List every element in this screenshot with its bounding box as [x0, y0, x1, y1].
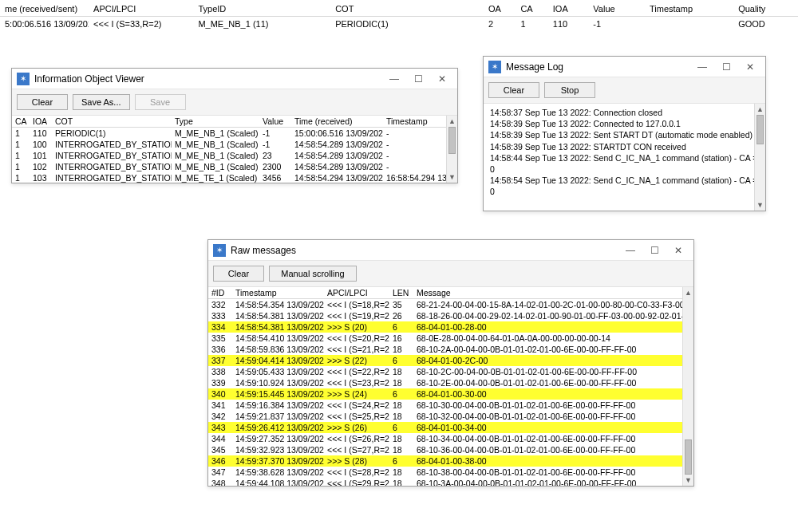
maximize-button[interactable]: ☐ [642, 242, 666, 259]
col-header[interactable]: Type [172, 116, 259, 128]
maximize-button[interactable]: ☐ [406, 70, 430, 88]
table-row[interactable]: 34114:59:16.384 13/09/2022<<< I (S=24,R=… [208, 400, 682, 411]
scroll-up-icon[interactable]: ▲ [683, 287, 693, 298]
log-line: 14:58:39 Sep Tue 13 2022: Sent START DT … [490, 129, 759, 140]
app-icon: ✶ [17, 73, 30, 85]
table-row[interactable]: 34014:59:15.445 13/09/2022>>> S (24)668-… [208, 388, 682, 400]
scroll-up-icon[interactable]: ▲ [447, 116, 457, 127]
col-header[interactable]: IOA [548, 2, 589, 17]
clear-button[interactable]: Clear [488, 82, 539, 98]
table-row[interactable]: 34714:59:38.628 13/09/2022<<< I (S=28,R=… [208, 467, 682, 478]
table-row[interactable]: 1103INTERROGATED_BY_STATION(20)M_ME_TE_1… [12, 172, 457, 183]
manual-scrolling-button[interactable]: Manual scrolling [269, 266, 357, 282]
col-header[interactable]: Value [259, 116, 291, 128]
save-button: Save [135, 94, 186, 110]
col-header[interactable]: CA [516, 2, 547, 17]
table-row[interactable]: 33714:59:04.414 13/09/2022>>> S (22)668-… [208, 355, 682, 366]
information-object-viewer-window: ✶ Information Object Viewer — ☐ ✕ Clear … [11, 68, 458, 183]
titlebar[interactable]: ✶ Message Log — ☐ ✕ [484, 57, 765, 77]
vertical-scrollbar[interactable]: ▲ ▼ [754, 104, 765, 211]
maximize-button[interactable]: ☐ [714, 58, 738, 76]
message-log-window: ✶ Message Log — ☐ ✕ Clear Stop 14:58:37 … [483, 56, 766, 211]
col-header[interactable]: LEN [389, 287, 413, 299]
raw-header-row[interactable]: #ID Timestamp APCI/LPCI LEN Message [208, 287, 682, 299]
minimize-button[interactable]: — [382, 70, 406, 88]
scroll-down-icon[interactable]: ▼ [683, 475, 693, 486]
log-line: 14:58:37 Sep Tue 13 2022: Connection clo… [490, 107, 759, 118]
table-row[interactable]: 34814:59:44.108 13/09/2022<<< I (S=29,R=… [208, 478, 682, 486]
toolbar: Clear Manual scrolling [208, 261, 693, 287]
app-icon: ✶ [488, 61, 501, 73]
main-grid-row[interactable]: 5:00:06.516 13/09/2022 <<< I (S=33,R=2) … [0, 17, 798, 32]
toolbar: Clear Save As... Save [12, 89, 457, 116]
col-header[interactable]: Quality [733, 2, 798, 17]
col-header[interactable]: OA [484, 2, 516, 17]
raw-grid: #ID Timestamp APCI/LPCI LEN Message 3321… [208, 287, 693, 486]
minimize-button[interactable]: — [690, 58, 714, 76]
table-row[interactable]: 34214:59:21.837 13/09/2022<<< I (S=25,R=… [208, 411, 682, 422]
col-header[interactable]: COT [52, 116, 172, 128]
table-row[interactable]: 34314:59:26.412 13/09/2022>>> S (26)668-… [208, 422, 682, 433]
table-row[interactable]: 33214:58:54.354 13/09/2022<<< I (S=18,R=… [208, 299, 682, 311]
window-title: Message Log [506, 61, 690, 73]
vertical-scrollbar[interactable]: ▲ ▼ [682, 287, 693, 486]
scroll-down-icon[interactable]: ▼ [447, 171, 457, 183]
table-row[interactable]: 33614:58:59.836 13/09/2022<<< I (S=21,R=… [208, 344, 682, 355]
iov-grid: CA IOA COT Type Value Time (received) Ti… [12, 116, 457, 183]
table-row[interactable]: 34414:59:27.352 13/09/2022<<< I (S=26,R=… [208, 433, 682, 444]
col-header[interactable]: APCI/LPCI [89, 2, 193, 17]
col-header[interactable]: #ID [208, 287, 232, 299]
log-body: 14:58:37 Sep Tue 13 2022: Connection clo… [484, 104, 765, 211]
iov-header-row[interactable]: CA IOA COT Type Value Time (received) Ti… [12, 116, 457, 128]
main-grid: me (received/sent) APCI/LPCI TypeID COT … [0, 0, 798, 31]
table-row[interactable]: 33514:58:54.410 13/09/2022<<< I (S=20,R=… [208, 333, 682, 344]
col-header[interactable]: IOA [30, 116, 52, 128]
close-button[interactable]: ✕ [430, 70, 454, 88]
col-header[interactable]: Time (received) [291, 116, 383, 128]
stop-button[interactable]: Stop [544, 82, 595, 98]
table-row[interactable]: 33414:58:54.381 13/09/2022>>> S (20)668-… [208, 321, 682, 333]
col-header[interactable]: APCI/LPCI [324, 287, 389, 299]
raw-messages-window: ✶ Raw messages — ☐ ✕ Clear Manual scroll… [207, 239, 694, 487]
table-row[interactable]: 1100INTERROGATED_BY_STATION(20)M_ME_NB_1… [12, 139, 457, 150]
col-header[interactable]: me (received/sent) [0, 2, 89, 17]
close-button[interactable]: ✕ [738, 58, 762, 76]
close-button[interactable]: ✕ [666, 242, 690, 259]
table-row[interactable]: 33914:59:10.924 13/09/2022<<< I (S=23,R=… [208, 377, 682, 388]
col-header[interactable]: Timestamp [232, 287, 324, 299]
app-icon: ✶ [213, 244, 226, 257]
clear-button[interactable]: Clear [17, 94, 68, 110]
log-line: 14:58:39 Sep Tue 13 2022: STARTDT CON re… [490, 141, 759, 152]
col-header[interactable]: Timestamp [645, 2, 733, 17]
titlebar[interactable]: ✶ Raw messages — ☐ ✕ [208, 240, 693, 261]
table-row[interactable]: 34514:59:32.923 13/09/2022<<< I (S=27,R=… [208, 444, 682, 455]
table-row[interactable]: 33814:59:05.433 13/09/2022<<< I (S=22,R=… [208, 366, 682, 377]
minimize-button[interactable]: — [618, 242, 642, 259]
log-line: 14:58:39 Sep Tue 13 2022: Connected to 1… [490, 118, 759, 129]
clear-button[interactable]: Clear [213, 266, 264, 282]
scroll-up-icon[interactable]: ▲ [755, 104, 765, 115]
col-header[interactable]: TypeID [193, 2, 330, 17]
titlebar[interactable]: ✶ Information Object Viewer — ☐ ✕ [12, 69, 457, 89]
scroll-down-icon[interactable]: ▼ [755, 199, 765, 211]
col-header[interactable]: Message [413, 287, 682, 299]
main-grid-header-row[interactable]: me (received/sent) APCI/LPCI TypeID COT … [0, 2, 798, 17]
toolbar: Clear Stop [484, 77, 765, 104]
table-row[interactable]: 1110PERIODIC(1)M_ME_NB_1 (Scaled)-115:00… [12, 128, 457, 140]
col-header[interactable]: Value [588, 2, 645, 17]
table-row[interactable]: 1101INTERROGATED_BY_STATION(20)M_ME_NB_1… [12, 150, 457, 161]
window-title: Raw messages [231, 245, 618, 256]
save-as-button[interactable]: Save As... [73, 94, 130, 110]
log-line: 14:58:44 Sep Tue 13 2022: Send C_IC_NA_1… [490, 152, 759, 175]
table-row[interactable]: 34614:59:37.370 13/09/2022>>> S (28)668-… [208, 455, 682, 467]
table-row[interactable]: 1102INTERROGATED_BY_STATION(20)M_ME_NB_1… [12, 161, 457, 172]
table-row[interactable]: 33314:58:54.381 13/09/2022<<< I (S=19,R=… [208, 310, 682, 321]
window-title: Information Object Viewer [34, 73, 382, 85]
log-line: 14:58:54 Sep Tue 13 2022: Send C_IC_NA_1… [490, 175, 759, 197]
vertical-scrollbar[interactable]: ▲ ▼ [446, 116, 457, 183]
col-header[interactable]: COT [330, 2, 484, 17]
col-header[interactable]: CA [12, 116, 30, 128]
